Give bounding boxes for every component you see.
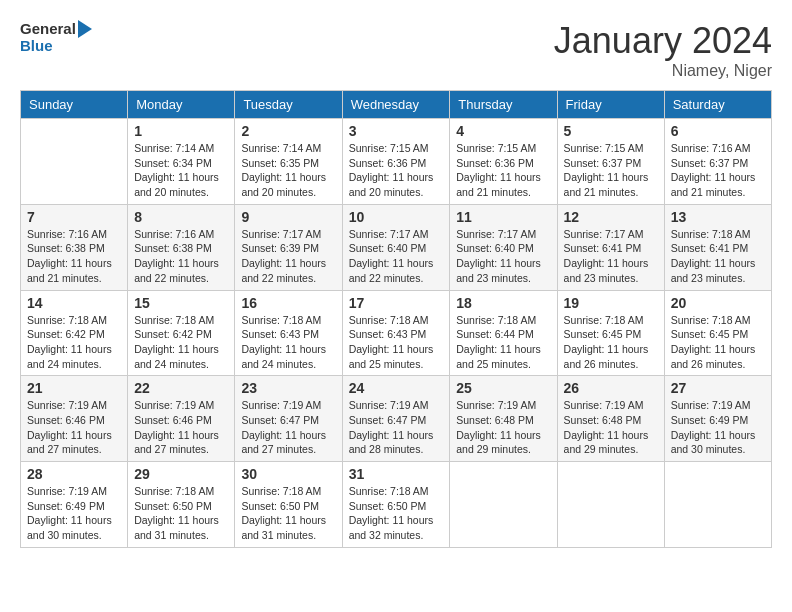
calendar-cell: 15Sunrise: 7:18 AM Sunset: 6:42 PM Dayli… <box>128 290 235 376</box>
day-number: 10 <box>349 209 444 225</box>
col-wednesday: Wednesday <box>342 91 450 119</box>
day-number: 26 <box>564 380 658 396</box>
day-detail: Sunrise: 7:19 AM Sunset: 6:48 PM Dayligh… <box>456 398 550 457</box>
calendar-week-4: 21Sunrise: 7:19 AM Sunset: 6:46 PM Dayli… <box>21 376 772 462</box>
day-number: 16 <box>241 295 335 311</box>
day-detail: Sunrise: 7:15 AM Sunset: 6:36 PM Dayligh… <box>456 141 550 200</box>
calendar-cell: 23Sunrise: 7:19 AM Sunset: 6:47 PM Dayli… <box>235 376 342 462</box>
calendar-cell: 19Sunrise: 7:18 AM Sunset: 6:45 PM Dayli… <box>557 290 664 376</box>
day-number: 2 <box>241 123 335 139</box>
calendar-week-3: 14Sunrise: 7:18 AM Sunset: 6:42 PM Dayli… <box>21 290 772 376</box>
calendar-cell: 1Sunrise: 7:14 AM Sunset: 6:34 PM Daylig… <box>128 119 235 205</box>
day-detail: Sunrise: 7:18 AM Sunset: 6:42 PM Dayligh… <box>27 313 121 372</box>
calendar-week-2: 7Sunrise: 7:16 AM Sunset: 6:38 PM Daylig… <box>21 204 772 290</box>
day-detail: Sunrise: 7:16 AM Sunset: 6:37 PM Dayligh… <box>671 141 765 200</box>
day-detail: Sunrise: 7:17 AM Sunset: 6:39 PM Dayligh… <box>241 227 335 286</box>
day-number: 12 <box>564 209 658 225</box>
calendar-cell <box>557 462 664 548</box>
day-detail: Sunrise: 7:18 AM Sunset: 6:50 PM Dayligh… <box>241 484 335 543</box>
calendar-cell: 27Sunrise: 7:19 AM Sunset: 6:49 PM Dayli… <box>664 376 771 462</box>
day-detail: Sunrise: 7:19 AM Sunset: 6:46 PM Dayligh… <box>134 398 228 457</box>
col-thursday: Thursday <box>450 91 557 119</box>
day-detail: Sunrise: 7:18 AM Sunset: 6:44 PM Dayligh… <box>456 313 550 372</box>
calendar-cell: 7Sunrise: 7:16 AM Sunset: 6:38 PM Daylig… <box>21 204 128 290</box>
day-number: 13 <box>671 209 765 225</box>
day-number: 8 <box>134 209 228 225</box>
day-number: 25 <box>456 380 550 396</box>
calendar-cell <box>450 462 557 548</box>
day-detail: Sunrise: 7:19 AM Sunset: 6:49 PM Dayligh… <box>671 398 765 457</box>
calendar-cell: 24Sunrise: 7:19 AM Sunset: 6:47 PM Dayli… <box>342 376 450 462</box>
day-number: 15 <box>134 295 228 311</box>
calendar-subtitle: Niamey, Niger <box>554 62 772 80</box>
logo-arrow-icon <box>78 20 100 38</box>
day-detail: Sunrise: 7:19 AM Sunset: 6:46 PM Dayligh… <box>27 398 121 457</box>
day-detail: Sunrise: 7:16 AM Sunset: 6:38 PM Dayligh… <box>134 227 228 286</box>
day-number: 14 <box>27 295 121 311</box>
day-detail: Sunrise: 7:19 AM Sunset: 6:47 PM Dayligh… <box>349 398 444 457</box>
calendar-cell: 12Sunrise: 7:17 AM Sunset: 6:41 PM Dayli… <box>557 204 664 290</box>
day-number: 3 <box>349 123 444 139</box>
col-saturday: Saturday <box>664 91 771 119</box>
day-detail: Sunrise: 7:18 AM Sunset: 6:45 PM Dayligh… <box>564 313 658 372</box>
title-area: January 2024 Niamey, Niger <box>554 20 772 80</box>
calendar-cell <box>664 462 771 548</box>
calendar-cell: 2Sunrise: 7:14 AM Sunset: 6:35 PM Daylig… <box>235 119 342 205</box>
day-detail: Sunrise: 7:17 AM Sunset: 6:40 PM Dayligh… <box>456 227 550 286</box>
day-detail: Sunrise: 7:18 AM Sunset: 6:50 PM Dayligh… <box>134 484 228 543</box>
day-detail: Sunrise: 7:15 AM Sunset: 6:37 PM Dayligh… <box>564 141 658 200</box>
calendar-cell: 29Sunrise: 7:18 AM Sunset: 6:50 PM Dayli… <box>128 462 235 548</box>
calendar-cell: 20Sunrise: 7:18 AM Sunset: 6:45 PM Dayli… <box>664 290 771 376</box>
day-detail: Sunrise: 7:18 AM Sunset: 6:41 PM Dayligh… <box>671 227 765 286</box>
day-detail: Sunrise: 7:18 AM Sunset: 6:42 PM Dayligh… <box>134 313 228 372</box>
calendar-cell <box>21 119 128 205</box>
col-sunday: Sunday <box>21 91 128 119</box>
logo-blue: Blue <box>20 38 53 55</box>
day-detail: Sunrise: 7:19 AM Sunset: 6:48 PM Dayligh… <box>564 398 658 457</box>
col-friday: Friday <box>557 91 664 119</box>
calendar-cell: 8Sunrise: 7:16 AM Sunset: 6:38 PM Daylig… <box>128 204 235 290</box>
day-detail: Sunrise: 7:17 AM Sunset: 6:40 PM Dayligh… <box>349 227 444 286</box>
day-number: 31 <box>349 466 444 482</box>
calendar-cell: 13Sunrise: 7:18 AM Sunset: 6:41 PM Dayli… <box>664 204 771 290</box>
day-detail: Sunrise: 7:17 AM Sunset: 6:41 PM Dayligh… <box>564 227 658 286</box>
calendar-cell: 4Sunrise: 7:15 AM Sunset: 6:36 PM Daylig… <box>450 119 557 205</box>
calendar-cell: 28Sunrise: 7:19 AM Sunset: 6:49 PM Dayli… <box>21 462 128 548</box>
calendar-week-5: 28Sunrise: 7:19 AM Sunset: 6:49 PM Dayli… <box>21 462 772 548</box>
day-number: 5 <box>564 123 658 139</box>
svg-marker-0 <box>78 20 92 38</box>
day-number: 24 <box>349 380 444 396</box>
day-detail: Sunrise: 7:15 AM Sunset: 6:36 PM Dayligh… <box>349 141 444 200</box>
calendar-cell: 6Sunrise: 7:16 AM Sunset: 6:37 PM Daylig… <box>664 119 771 205</box>
day-number: 11 <box>456 209 550 225</box>
day-number: 19 <box>564 295 658 311</box>
header-row: Sunday Monday Tuesday Wednesday Thursday… <box>21 91 772 119</box>
col-tuesday: Tuesday <box>235 91 342 119</box>
day-number: 18 <box>456 295 550 311</box>
calendar-cell: 5Sunrise: 7:15 AM Sunset: 6:37 PM Daylig… <box>557 119 664 205</box>
day-detail: Sunrise: 7:18 AM Sunset: 6:43 PM Dayligh… <box>241 313 335 372</box>
col-monday: Monday <box>128 91 235 119</box>
calendar-title: January 2024 <box>554 20 772 62</box>
calendar-cell: 14Sunrise: 7:18 AM Sunset: 6:42 PM Dayli… <box>21 290 128 376</box>
day-detail: Sunrise: 7:19 AM Sunset: 6:49 PM Dayligh… <box>27 484 121 543</box>
header: General Blue January 2024 Niamey, Niger <box>20 20 772 80</box>
day-detail: Sunrise: 7:16 AM Sunset: 6:38 PM Dayligh… <box>27 227 121 286</box>
calendar-cell: 9Sunrise: 7:17 AM Sunset: 6:39 PM Daylig… <box>235 204 342 290</box>
day-detail: Sunrise: 7:14 AM Sunset: 6:34 PM Dayligh… <box>134 141 228 200</box>
day-number: 6 <box>671 123 765 139</box>
day-number: 28 <box>27 466 121 482</box>
day-number: 27 <box>671 380 765 396</box>
day-number: 23 <box>241 380 335 396</box>
logo-box: General Blue <box>20 20 100 55</box>
day-detail: Sunrise: 7:18 AM Sunset: 6:50 PM Dayligh… <box>349 484 444 543</box>
calendar-week-1: 1Sunrise: 7:14 AM Sunset: 6:34 PM Daylig… <box>21 119 772 205</box>
day-number: 29 <box>134 466 228 482</box>
day-number: 4 <box>456 123 550 139</box>
day-number: 9 <box>241 209 335 225</box>
calendar-cell: 30Sunrise: 7:18 AM Sunset: 6:50 PM Dayli… <box>235 462 342 548</box>
day-number: 7 <box>27 209 121 225</box>
calendar-cell: 16Sunrise: 7:18 AM Sunset: 6:43 PM Dayli… <box>235 290 342 376</box>
day-number: 20 <box>671 295 765 311</box>
calendar-cell: 11Sunrise: 7:17 AM Sunset: 6:40 PM Dayli… <box>450 204 557 290</box>
